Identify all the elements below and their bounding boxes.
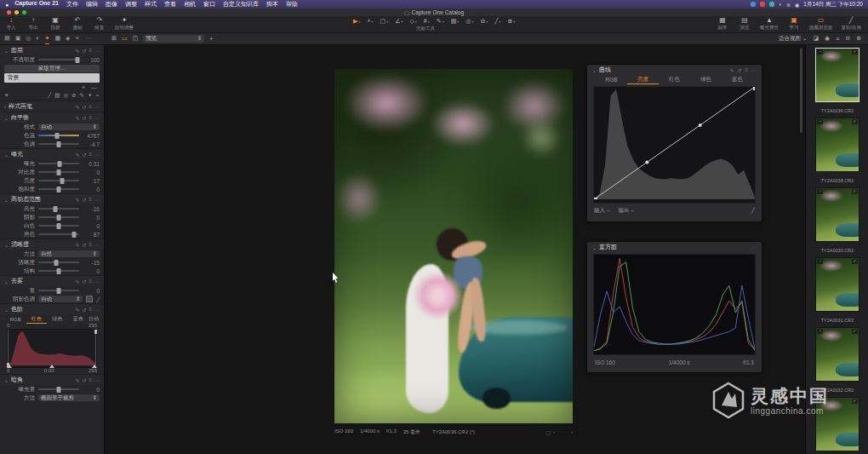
cursor-tool-9[interactable]: ⊘▾	[480, 16, 488, 26]
slider-knob[interactable]	[54, 260, 58, 266]
header-icon-0[interactable]: ✎	[75, 48, 79, 54]
histogram-more-icon[interactable]: ⋯	[751, 244, 757, 250]
cursor-tool-7[interactable]: ▧▾	[451, 16, 460, 26]
levels-output-0[interactable]: 0	[7, 368, 9, 374]
filmstrip-item-2[interactable]: ◔✓·····TY2A0030.CR2	[806, 184, 868, 254]
color-tab[interactable]: ◐	[36, 33, 39, 43]
multi-view-icon[interactable]: ⊞	[111, 35, 117, 42]
viewer-icon[interactable]: ▭	[122, 35, 128, 42]
header-icon-0[interactable]: ✎	[75, 307, 79, 313]
toolbar-学习[interactable]: ▣学习	[787, 16, 801, 30]
header-icon-3[interactable]: ⋯	[94, 279, 100, 284]
capture-tab[interactable]: ▣	[15, 33, 21, 43]
status-pager[interactable]: ▢‹· · · ·›	[545, 429, 573, 435]
levels-output-1[interactable]: 0.00	[44, 368, 54, 374]
header-icon-2[interactable]: ≡	[89, 48, 92, 54]
header-icon-2[interactable]: ≡	[89, 152, 92, 158]
thumbnail-image[interactable]: ◔✓	[815, 48, 859, 102]
slider-track-高光[interactable]	[38, 208, 79, 210]
layer-tool-icon-3[interactable]: ⊘	[71, 92, 76, 99]
levels-tab-RGB[interactable]: RGB	[5, 317, 26, 322]
pager-item-2[interactable]: · · · ·	[557, 429, 568, 435]
slider-knob[interactable]	[76, 57, 80, 63]
header-icon-1[interactable]: ↺	[82, 197, 86, 203]
layer-tool-icon-6[interactable]: ≈	[95, 92, 99, 99]
filmstrip-item-0[interactable]: ◔✓·····TY2A0036.CR2	[806, 44, 868, 114]
select-阴影色调[interactable]: 自动⇕	[38, 296, 83, 302]
header-icon-2[interactable]: ≡	[89, 307, 92, 313]
filmstrip-item-3[interactable]: ◔✓·····TY2A0031.CR2	[806, 254, 868, 324]
toolbar-撤销[interactable]: ↶撤销	[71, 16, 84, 30]
chevron-icon[interactable]: ⌄	[4, 377, 9, 383]
header-icon-1[interactable]: ↺	[82, 307, 86, 313]
levels-right-rail[interactable]	[95, 330, 96, 367]
slider-knob[interactable]	[57, 215, 61, 221]
menu-clock[interactable]: 1月14日 周三 下午10:20	[803, 1, 863, 9]
header-icon-0[interactable]: ✎	[75, 115, 79, 121]
library-tab[interactable]: ▤	[4, 33, 10, 43]
slider-track-结构[interactable]	[38, 270, 79, 272]
curve-tab-亮度[interactable]: 亮度	[627, 76, 659, 84]
menu-item-4[interactable]: 样式	[145, 0, 157, 9]
curve-header-icon-0[interactable]: ✎	[729, 67, 734, 73]
header-icon-2[interactable]: ≡	[89, 197, 92, 203]
toolbar-隐藏浏览器[interactable]: ▭隐藏浏览器	[809, 16, 833, 30]
menu-extra-app-icon-1[interactable]	[760, 2, 765, 7]
slider-knob[interactable]	[57, 387, 61, 393]
header-icon-3[interactable]: ⋯	[94, 115, 100, 121]
layer-tool-icon-4[interactable]: ✎	[80, 92, 84, 99]
header-icon-1[interactable]: ↺	[82, 48, 86, 54]
section-header-clarity[interactable]: ⌄清晰度✎↺≡⋯	[0, 238, 104, 250]
toolbar-自动调整[interactable]: ✦自动调整	[115, 16, 134, 30]
eyedropper-icon[interactable]: ╱	[96, 296, 100, 302]
cursor-tool-2[interactable]: ▢▾	[380, 16, 389, 26]
curve-tab-蓝色[interactable]: 蓝色	[722, 76, 753, 83]
curve-tab-红色[interactable]: 红色	[659, 76, 690, 83]
menu-status-icon-1[interactable]: ≋	[786, 2, 791, 8]
thumbnail-image[interactable]: ◔✓	[815, 187, 859, 242]
slider-track-不透明度[interactable]	[38, 59, 79, 60]
select-模式[interactable]: 自动⇕	[38, 124, 100, 130]
header-icon-0[interactable]: ✎	[75, 104, 79, 110]
header-icon-3[interactable]: ⋯	[94, 242, 100, 248]
photo-preview[interactable]	[334, 69, 573, 423]
toolbar-恢复[interactable]: ↷恢复	[93, 16, 106, 30]
header-icon-0[interactable]: ✎	[75, 279, 79, 284]
header-icon-0[interactable]: ✎	[75, 242, 79, 248]
layer-tool-icon-5[interactable]: ✦	[88, 92, 92, 99]
zoom-window-button[interactable]	[22, 10, 26, 14]
chevron-icon[interactable]: ⌄	[4, 197, 9, 203]
menu-item-10[interactable]: 帮助	[286, 0, 298, 9]
header-icon-1[interactable]: ↺	[82, 152, 86, 158]
collapse-icon[interactable]: ⌄	[592, 67, 597, 73]
minimize-window-button[interactable]	[14, 10, 19, 14]
pager-item-1[interactable]: ‹	[553, 429, 555, 435]
slider-track-量[interactable]	[38, 290, 79, 291]
layer-tool-icon-1[interactable]: ▧	[54, 92, 60, 99]
header-icon-3[interactable]: ⋯	[94, 48, 100, 54]
section-header-hdr[interactable]: ⌄高动态范围✎↺≡⋯	[0, 193, 104, 204]
chevron-icon[interactable]: ⌄	[4, 115, 9, 121]
toolbar-拍摄[interactable]: ▣拍摄	[49, 16, 62, 30]
slider-knob[interactable]	[60, 178, 64, 184]
header-icon-1[interactable]: ↺	[82, 279, 86, 284]
menu-extra-app-icon-2[interactable]	[769, 2, 774, 7]
slider-knob[interactable]	[57, 288, 61, 294]
slider-knob[interactable]	[57, 170, 61, 175]
section-header-dehaze[interactable]: ⌄去雾✎↺≡⋯	[0, 275, 104, 286]
cursor-tool-1[interactable]: +▾	[367, 16, 373, 26]
curve-tab-RGB[interactable]: RGB	[596, 77, 627, 83]
curve-picker-icon[interactable]: ╱	[751, 207, 755, 214]
section-header-style-brushes[interactable]: ›样式画笔✎↺≡⋯	[0, 101, 104, 112]
slider-knob[interactable]	[72, 232, 77, 238]
pager-item-0[interactable]: ▢	[545, 429, 551, 435]
slider-knob[interactable]	[57, 223, 61, 229]
header-icon-3[interactable]: ⋯	[94, 152, 100, 158]
collapse-icon[interactable]: ⌄	[592, 244, 597, 250]
cursor-tool-3[interactable]: ∠▾	[395, 16, 403, 26]
chevron-icon[interactable]: ⌄	[4, 242, 9, 248]
menu-status-icon-2[interactable]: ◉	[795, 2, 799, 8]
menu-status-icon-0[interactable]: ◐	[779, 2, 782, 7]
curve-panel-header[interactable]: ⌄ 曲线 ✎↺≡⋯	[587, 65, 762, 75]
menu-extra-app-icon-0[interactable]	[751, 2, 756, 7]
